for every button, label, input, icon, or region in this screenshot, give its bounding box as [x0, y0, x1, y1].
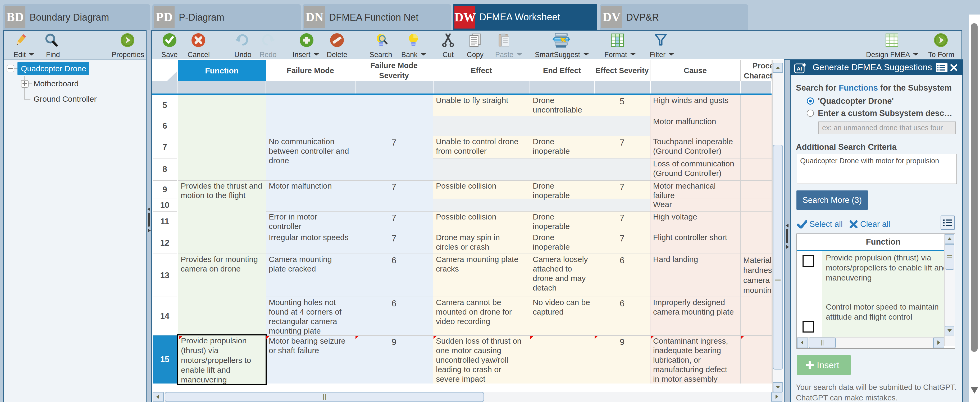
svg-text:AI: AI — [797, 66, 802, 71]
